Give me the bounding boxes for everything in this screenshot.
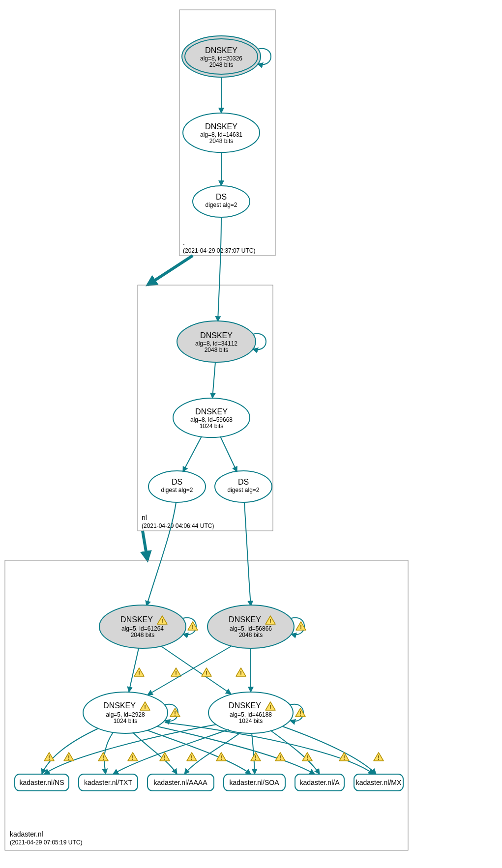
- edge-nl-to-kad-zone: [143, 531, 148, 560]
- svg-text:DNSKEY: DNSKEY: [205, 122, 237, 131]
- svg-text:alg=5, id=46188: alg=5, id=46188: [230, 711, 272, 718]
- edge-ksk2-to-zsk1: [148, 646, 231, 695]
- rrset-ns: kadaster.nl/NS: [15, 774, 69, 791]
- svg-text:1024 bits: 1024 bits: [200, 423, 224, 430]
- svg-text:DNSKEY: DNSKEY: [205, 46, 237, 55]
- edge-nl-ds1-to-kad-ksk1: [147, 502, 176, 606]
- warning-icon: [202, 668, 211, 677]
- svg-text:alg=5, id=56866: alg=5, id=56866: [230, 625, 272, 632]
- svg-text:kadaster.nl/A: kadaster.nl/A: [300, 779, 340, 786]
- zone-kad-box: [5, 560, 408, 850]
- svg-text:2048 bits: 2048 bits: [205, 347, 229, 353]
- svg-text:DNSKEY: DNSKEY: [200, 331, 233, 340]
- svg-text:digest alg=2: digest alg=2: [227, 487, 259, 493]
- edge-zsk2-a: [270, 730, 320, 774]
- svg-text:digest alg=2: digest alg=2: [205, 202, 237, 208]
- node-kad-ksk1: DNSKEY alg=5, id=61264 2048 bits: [99, 605, 186, 648]
- svg-text:alg=8, id=14631: alg=8, id=14631: [200, 131, 242, 138]
- warning-icon: [128, 752, 138, 761]
- edge-nl-ksk-to-zsk: [212, 362, 215, 398]
- svg-text:2048 bits: 2048 bits: [131, 632, 155, 638]
- svg-text:kadaster.nl/TXT: kadaster.nl/TXT: [84, 779, 132, 786]
- rrset-mx: kadaster.nl/MX: [354, 774, 403, 791]
- edge-nl-ds2-to-kad-ksk2: [244, 502, 251, 606]
- svg-text:kadaster.nl/MX: kadaster.nl/MX: [356, 779, 402, 786]
- svg-text:digest alg=2: digest alg=2: [161, 487, 193, 493]
- node-nl-ds1: DS digest alg=2: [148, 471, 206, 502]
- svg-text:kadaster.nl/AAAA: kadaster.nl/AAAA: [154, 779, 208, 786]
- svg-text:kadaster.nl/NS: kadaster.nl/NS: [19, 779, 64, 786]
- edge-ksk1-to-zsk2: [161, 646, 231, 694]
- edge-nl-zsk-to-ds2: [220, 436, 237, 472]
- node-kad-zsk1: DNSKEY alg=5, id=2928 1024 bits: [83, 692, 168, 733]
- svg-text:DNSKEY: DNSKEY: [195, 407, 228, 416]
- svg-text:DNSKEY: DNSKEY: [229, 615, 261, 624]
- svg-text:kadaster.nl/SOA: kadaster.nl/SOA: [229, 779, 279, 786]
- svg-text:2048 bits: 2048 bits: [209, 138, 234, 145]
- warning-icon: [134, 668, 144, 677]
- node-root-zsk: DNSKEY alg=8, id=14631 2048 bits: [183, 113, 260, 152]
- warning-icon: [44, 752, 54, 761]
- svg-text:1024 bits: 1024 bits: [114, 718, 138, 724]
- edge-zsk1-a: [157, 726, 315, 774]
- warning-icon: [275, 752, 285, 761]
- edge-root-to-nl-zone: [148, 256, 193, 285]
- rrset-txt: kadaster.nl/TXT: [79, 774, 138, 791]
- node-nl-ds2: DS digest alg=2: [215, 471, 272, 502]
- node-nl-zsk: DNSKEY alg=8, id=59668 1024 bits: [173, 398, 250, 437]
- zone-root-name: .: [183, 238, 185, 246]
- svg-text:DNSKEY: DNSKEY: [229, 701, 261, 710]
- svg-text:DNSKEY: DNSKEY: [103, 701, 136, 710]
- svg-text:alg=5, id=2928: alg=5, id=2928: [106, 711, 145, 718]
- zone-nl-name: nl: [142, 514, 147, 521]
- node-root-ksk: DNSKEY alg=8, id=20326 2048 bits: [182, 36, 261, 77]
- svg-text:DS: DS: [172, 478, 182, 486]
- warning-icon: [236, 668, 246, 677]
- warning-icon: [171, 668, 181, 677]
- warning-icon: [374, 752, 384, 761]
- rrset-a: kadaster.nl/A: [295, 774, 344, 791]
- edge-zsk1-txt: [104, 732, 113, 774]
- node-nl-ksk: DNSKEY alg=8, id=34112 2048 bits: [177, 321, 256, 362]
- zone-kad-timestamp: (2021-04-29 07:05:19 UTC): [10, 839, 82, 846]
- edge-zsk2-aaaa: [184, 732, 241, 774]
- zone-nl-timestamp: (2021-04-29 04:06:44 UTC): [142, 522, 214, 529]
- warning-icon: [187, 752, 197, 761]
- zone-root-timestamp: (2021-04-29 02:37:07 UTC): [183, 247, 255, 254]
- node-kad-ksk2: DNSKEY alg=5, id=56866 2048 bits: [207, 605, 294, 648]
- rrset-soa: kadaster.nl/SOA: [224, 774, 285, 791]
- edge-zsk2-soa: [252, 733, 255, 774]
- svg-text:2048 bits: 2048 bits: [209, 61, 234, 68]
- svg-text:DS: DS: [216, 193, 227, 201]
- edge-ksk1-to-zsk1: [129, 648, 139, 692]
- warning-icon: [64, 752, 74, 761]
- svg-text:2048 bits: 2048 bits: [239, 632, 263, 638]
- node-root-ds: DS digest alg=2: [193, 186, 250, 217]
- svg-text:DNSKEY: DNSKEY: [120, 615, 153, 624]
- svg-text:1024 bits: 1024 bits: [239, 718, 263, 724]
- warning-icon: [251, 752, 261, 761]
- zone-kad-name: kadaster.nl: [10, 830, 43, 838]
- svg-text:alg=5, id=61264: alg=5, id=61264: [121, 625, 164, 632]
- svg-text:alg=8, id=34112: alg=8, id=34112: [195, 340, 237, 347]
- edge-root-ds-to-nl-ksk: [218, 217, 221, 321]
- svg-text:alg=8, id=20326: alg=8, id=20326: [200, 55, 242, 62]
- edge-zsk1-ns: [42, 728, 98, 774]
- warning-icon: [98, 752, 108, 761]
- svg-text:alg=8, id=59668: alg=8, id=59668: [190, 416, 233, 423]
- dnssec-graph: ! . (2021-04-29 02:37:07 UTC) DNSKEY alg…: [0, 0, 502, 868]
- edge-nl-zsk-to-ds1: [183, 436, 202, 472]
- node-kad-zsk2: DNSKEY alg=5, id=46188 1024 bits: [208, 692, 293, 733]
- rrset-aaaa: kadaster.nl/AAAA: [148, 774, 214, 791]
- svg-text:DS: DS: [238, 478, 249, 486]
